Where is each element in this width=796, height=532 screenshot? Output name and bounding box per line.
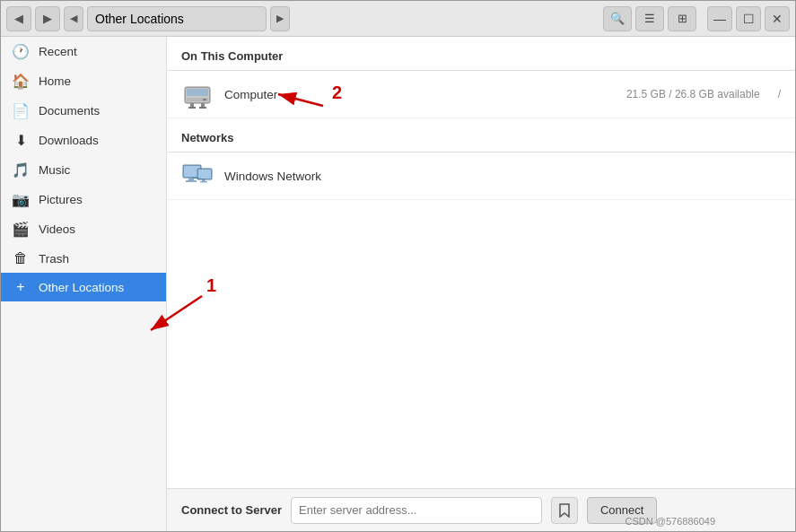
bookmark-button[interactable] (551, 497, 578, 524)
windows-network-name: Windows Network (224, 170, 781, 183)
sidebar-item-pictures[interactable]: 📷 Pictures (1, 185, 166, 214)
videos-icon: 🎬 (12, 221, 30, 238)
home-icon: 🏠 (12, 73, 30, 90)
sidebar-item-trash[interactable]: 🗑 Trash (1, 244, 166, 273)
recent-icon: 🕐 (12, 43, 30, 60)
search-button[interactable]: 🔍 (603, 6, 632, 31)
sidebar-item-other-locations[interactable]: + Other Locations (1, 273, 166, 301)
svg-rect-5 (190, 103, 194, 107)
svg-rect-7 (188, 107, 196, 109)
breadcrumb-right-arrow[interactable]: ▶ (270, 6, 290, 31)
sidebar-item-home[interactable]: 🏠 Home (1, 66, 166, 96)
svg-rect-8 (199, 107, 206, 109)
music-icon: 🎵 (12, 161, 30, 179)
svg-rect-6 (201, 103, 205, 107)
connect-to-server-label: Connect to Server (181, 503, 282, 517)
sidebar-item-label-music: Music (39, 163, 70, 177)
maximize-button[interactable]: ☐ (736, 6, 761, 31)
computer-name: Computer (224, 88, 616, 101)
sidebar-item-label-downloads: Downloads (39, 134, 99, 147)
close-button[interactable]: ✕ (765, 6, 790, 31)
documents-icon: 📄 (12, 102, 30, 119)
sidebar: 🕐 Recent 🏠 Home 📄 Documents ⬇ Downloads … (1, 37, 167, 531)
svg-rect-16 (200, 181, 207, 183)
sidebar-item-videos[interactable]: 🎬 Videos (1, 214, 166, 244)
bottom-bar: Connect to Server Connect (167, 488, 795, 531)
sidebar-item-label-home: Home (39, 74, 71, 88)
computer-storage: 21.5 GB / 26.8 GB available (626, 88, 760, 100)
minimize-button[interactable]: — (707, 6, 732, 31)
sidebar-item-music[interactable]: 🎵 Music (1, 155, 166, 185)
back-button[interactable]: ◀ (6, 6, 31, 31)
grid-view-button[interactable]: ⊞ (668, 6, 696, 31)
sidebar-item-label-videos: Videos (39, 222, 75, 236)
list-view-button[interactable]: ☰ (635, 6, 664, 31)
sidebar-item-label-trash: Trash (39, 252, 69, 266)
svg-rect-2 (187, 89, 208, 96)
trash-icon: 🗑 (12, 250, 30, 266)
svg-rect-14 (198, 170, 211, 179)
window-controls: — ☐ ✕ (707, 6, 790, 31)
section-on-computer: On This Computer (167, 37, 795, 70)
svg-marker-18 (560, 504, 569, 517)
pictures-icon: 📷 (12, 191, 30, 208)
breadcrumb-left-arrow[interactable]: ◀ (64, 6, 83, 31)
computer-path: / (778, 88, 781, 100)
connect-button[interactable]: Connect (587, 497, 657, 524)
content-scroll[interactable]: On This Computer (167, 37, 795, 488)
sidebar-item-downloads[interactable]: ⬇ Downloads (1, 126, 166, 155)
sidebar-item-documents[interactable]: 📄 Documents (1, 96, 166, 126)
computer-item[interactable]: Computer 21.5 GB / 26.8 GB available / (167, 71, 795, 118)
breadcrumb-title: Other Locations (95, 12, 184, 26)
svg-rect-12 (186, 180, 197, 182)
downloads-icon: ⬇ (12, 132, 30, 149)
forward-button[interactable]: ▶ (35, 6, 60, 31)
sidebar-item-label-pictures: Pictures (39, 193, 83, 206)
titlebar: ◀ ▶ ◀ Other Locations ▶ 🔍 ☰ ⊞ — ☐ ✕ (1, 1, 795, 37)
main-area: 🕐 Recent 🏠 Home 📄 Documents ⬇ Downloads … (1, 37, 795, 531)
computer-icon (181, 78, 214, 110)
windows-network-item[interactable]: Windows Network (167, 153, 795, 200)
other-locations-icon: + (12, 279, 30, 295)
sidebar-item-recent[interactable]: 🕐 Recent (1, 37, 166, 66)
server-address-input[interactable] (291, 497, 542, 524)
network-icon (181, 160, 214, 192)
section-networks: Networks (167, 118, 795, 152)
svg-rect-4 (203, 99, 206, 100)
sidebar-item-label-other-locations: Other Locations (39, 281, 124, 294)
content-area: On This Computer (167, 37, 795, 531)
sidebar-item-label-documents: Documents (39, 104, 100, 118)
sidebar-item-label-recent: Recent (39, 45, 77, 58)
breadcrumb: Other Locations (87, 6, 267, 31)
